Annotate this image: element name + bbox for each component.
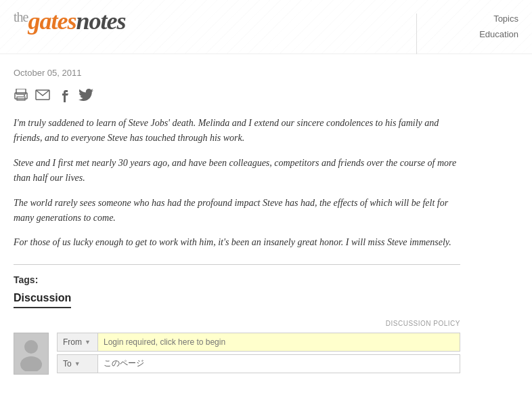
discussion-section: Discussion DISCUSSION POLICY From ▼ xyxy=(14,292,460,381)
header: thegatesnotes Topics Education xyxy=(0,0,532,54)
logo-area: thegatesnotes xyxy=(14,7,518,35)
from-label: From ▼ xyxy=(58,333,98,351)
nav-right: Topics Education xyxy=(479,14,518,39)
svg-rect-0 xyxy=(16,89,26,94)
from-row: From ▼ xyxy=(57,333,460,352)
svg-point-6 xyxy=(20,356,42,371)
to-input[interactable] xyxy=(98,355,460,373)
logo-the: the xyxy=(14,9,28,25)
from-input[interactable] xyxy=(98,333,460,351)
to-row: To ▼ xyxy=(57,354,460,373)
article-paragraph-1: I'm truly saddened to learn of Steve Job… xyxy=(14,116,460,146)
to-label: To ▼ xyxy=(58,355,98,373)
nav-topics[interactable]: Topics xyxy=(493,14,518,24)
article-paragraph-2: Steve and I first met nearly 30 years ag… xyxy=(14,156,460,186)
article-body: I'm truly saddened to learn of Steve Job… xyxy=(14,116,460,251)
logo-gates: gates xyxy=(28,7,76,35)
avatar xyxy=(14,333,49,375)
logo[interactable]: thegatesnotes xyxy=(14,7,125,35)
svg-rect-3 xyxy=(24,95,25,96)
nav-divider xyxy=(416,14,417,54)
nav-education[interactable]: Education xyxy=(479,29,518,39)
facebook-icon[interactable] xyxy=(57,87,72,102)
form-fields: From ▼ To ▼ xyxy=(57,333,460,373)
tags-label: Tags: xyxy=(14,274,460,285)
discussion-title: Discussion xyxy=(14,292,71,308)
twitter-icon[interactable] xyxy=(79,87,93,102)
logo-notes: notes xyxy=(76,7,125,35)
comment-area: From ▼ To ▼ xyxy=(14,333,460,381)
to-chevron-icon: ▼ xyxy=(74,360,81,367)
article-date: October 05, 2011 xyxy=(14,68,460,78)
social-icons xyxy=(14,87,460,102)
discussion-policy-link[interactable]: DISCUSSION POLICY xyxy=(386,320,460,327)
main-content: October 05, 2011 xyxy=(0,54,474,395)
article-paragraph-3: The world rarely sees someone who has ha… xyxy=(14,196,460,226)
print-icon[interactable] xyxy=(14,87,28,102)
from-chevron-icon: ▼ xyxy=(85,339,91,345)
discussion-policy-row: DISCUSSION POLICY xyxy=(14,316,460,329)
email-icon[interactable] xyxy=(35,87,50,102)
article-paragraph-4: For those of us lucky enough to get to w… xyxy=(14,235,460,250)
tags-section: Tags: xyxy=(14,264,460,285)
svg-point-5 xyxy=(24,340,38,354)
